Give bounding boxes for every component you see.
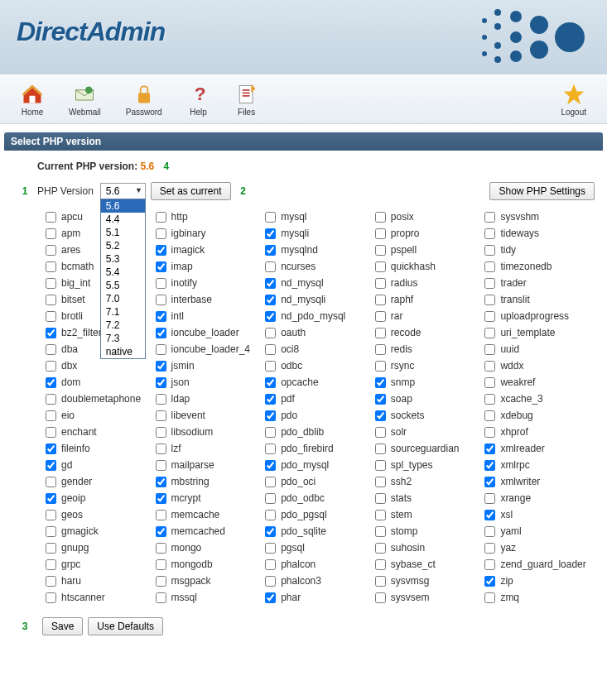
ext-checkbox-zmq[interactable] <box>484 592 495 603</box>
ext-checkbox-xmlwriter[interactable] <box>484 477 495 487</box>
ext-item-ncurses[interactable]: ncurses <box>265 258 375 275</box>
ext-checkbox-nd_mysqli[interactable] <box>265 295 276 305</box>
ext-checkbox-phalcon3[interactable] <box>265 576 276 587</box>
ext-item-pdo[interactable]: pdo <box>265 407 375 424</box>
ext-item-mongo[interactable]: mongo <box>156 539 266 556</box>
ext-item-solr[interactable]: solr <box>375 424 485 440</box>
ext-item-memcache[interactable]: memcache <box>156 506 266 523</box>
php-version-option-7-1[interactable]: 7.1 <box>101 305 145 319</box>
php-version-select[interactable]: 5.6 <box>100 183 146 199</box>
ext-checkbox-sysvmsg[interactable] <box>375 576 386 587</box>
ext-item-quickhash[interactable]: quickhash <box>375 258 485 275</box>
ext-item-tideways[interactable]: tideways <box>484 225 595 242</box>
ext-checkbox-pdo_sqlite[interactable] <box>265 526 276 537</box>
ext-checkbox-raphf[interactable] <box>375 295 386 305</box>
ext-item-translit[interactable]: translit <box>484 291 595 308</box>
ext-checkbox-pdo_mysql[interactable] <box>265 460 276 471</box>
ext-checkbox-libsodium[interactable] <box>156 427 166 438</box>
ext-item-geoip[interactable]: geoip <box>46 490 156 506</box>
ext-item-sysvshm[interactable]: sysvshm <box>484 209 595 225</box>
ext-checkbox-intl[interactable] <box>156 311 166 322</box>
ext-checkbox-haru[interactable] <box>46 576 56 587</box>
ext-checkbox-mongo[interactable] <box>156 543 166 554</box>
php-version-option-5-4[interactable]: 5.4 <box>101 266 145 279</box>
ext-item-imap[interactable]: imap <box>156 258 266 275</box>
ext-item-odbc[interactable]: odbc <box>265 357 375 374</box>
ext-checkbox-uploadprogress[interactable] <box>484 311 495 322</box>
ext-item-sourceguardian[interactable]: sourceguardian <box>375 440 485 457</box>
ext-item-stomp[interactable]: stomp <box>375 523 485 539</box>
php-version-option-5-3[interactable]: 5.3 <box>101 252 145 266</box>
ext-item-haru[interactable]: haru <box>46 573 156 589</box>
ext-item-intl[interactable]: intl <box>156 308 266 324</box>
ext-item-pdo_odbc[interactable]: pdo_odbc <box>265 490 375 506</box>
toolbar-webmail[interactable]: Webmail <box>56 79 113 121</box>
ext-checkbox-ares[interactable] <box>46 245 56 256</box>
ext-item-propro[interactable]: propro <box>375 225 485 242</box>
ext-item-htscanner[interactable]: htscanner <box>46 589 156 606</box>
ext-checkbox-msgpack[interactable] <box>156 576 166 587</box>
ext-item-ldap[interactable]: ldap <box>156 391 266 407</box>
ext-checkbox-mailparse[interactable] <box>156 460 166 471</box>
ext-item-gnupg[interactable]: gnupg <box>46 539 156 556</box>
ext-checkbox-xrange[interactable] <box>484 493 495 504</box>
php-version-option-7-3[interactable]: 7.3 <box>101 332 145 345</box>
ext-checkbox-bitset[interactable] <box>46 295 56 305</box>
ext-checkbox-sysvsem[interactable] <box>375 592 386 603</box>
ext-checkbox-sybase_ct[interactable] <box>375 559 386 570</box>
ext-item-enchant[interactable]: enchant <box>46 424 156 440</box>
ext-item-snmp[interactable]: snmp <box>375 374 485 391</box>
ext-item-radius[interactable]: radius <box>375 275 485 291</box>
ext-item-sybase_ct[interactable]: sybase_ct <box>375 556 485 573</box>
ext-item-dom[interactable]: dom <box>46 374 156 391</box>
ext-item-oauth[interactable]: oauth <box>265 324 375 341</box>
ext-checkbox-ssh2[interactable] <box>375 477 386 487</box>
ext-checkbox-stats[interactable] <box>375 493 386 504</box>
ext-checkbox-timezonedb[interactable] <box>484 261 495 272</box>
ext-item-json[interactable]: json <box>156 374 266 391</box>
ext-checkbox-gd[interactable] <box>46 460 56 471</box>
ext-item-mbstring[interactable]: mbstring <box>156 473 266 490</box>
ext-checkbox-tideways[interactable] <box>484 228 495 239</box>
ext-item-mssql[interactable]: mssql <box>156 589 266 606</box>
ext-item-pdo_mysql[interactable]: pdo_mysql <box>265 457 375 473</box>
ext-checkbox-xhprof[interactable] <box>484 427 495 438</box>
ext-item-geos[interactable]: geos <box>46 506 156 523</box>
ext-item-pdo_sqlite[interactable]: pdo_sqlite <box>265 523 375 539</box>
ext-checkbox-quickhash[interactable] <box>375 261 386 272</box>
ext-item-xdebug[interactable]: xdebug <box>484 407 595 424</box>
ext-checkbox-big_int[interactable] <box>46 278 56 289</box>
ext-checkbox-pdo_pgsql[interactable] <box>265 510 276 520</box>
ext-checkbox-mssql[interactable] <box>156 592 166 603</box>
ext-checkbox-pgsql[interactable] <box>265 543 276 554</box>
ext-checkbox-apcu[interactable] <box>46 212 56 223</box>
ext-checkbox-stem[interactable] <box>375 510 386 520</box>
ext-checkbox-wddx[interactable] <box>484 361 495 372</box>
ext-item-uuid[interactable]: uuid <box>484 341 595 357</box>
ext-checkbox-bcmath[interactable] <box>46 261 56 272</box>
ext-item-redis[interactable]: redis <box>375 341 485 357</box>
ext-checkbox-posix[interactable] <box>375 212 386 223</box>
ext-checkbox-imagick[interactable] <box>156 245 166 256</box>
ext-item-recode[interactable]: recode <box>375 324 485 341</box>
ext-checkbox-spl_types[interactable] <box>375 460 386 471</box>
ext-item-trader[interactable]: trader <box>484 275 595 291</box>
php-version-option-native[interactable]: native <box>101 345 145 358</box>
ext-checkbox-grpc[interactable] <box>46 559 56 570</box>
ext-checkbox-pspell[interactable] <box>375 245 386 256</box>
ext-checkbox-ioncube_loader[interactable] <box>156 328 166 338</box>
ext-checkbox-yaml[interactable] <box>484 526 495 537</box>
ext-checkbox-ioncube_loader_4[interactable] <box>156 344 166 355</box>
ext-item-soap[interactable]: soap <box>375 391 485 407</box>
set-as-current-button[interactable]: Set as current <box>151 182 231 200</box>
ext-item-ssh2[interactable]: ssh2 <box>375 473 485 490</box>
ext-checkbox-imap[interactable] <box>156 261 166 272</box>
ext-checkbox-mongodb[interactable] <box>156 559 166 570</box>
ext-item-yaz[interactable]: yaz <box>484 539 595 556</box>
ext-checkbox-libevent[interactable] <box>156 410 166 421</box>
ext-checkbox-soap[interactable] <box>375 394 386 405</box>
ext-item-opcache[interactable]: opcache <box>265 374 375 391</box>
ext-item-nd_mysqli[interactable]: nd_mysqli <box>265 291 375 308</box>
ext-item-timezonedb[interactable]: timezonedb <box>484 258 595 275</box>
ext-checkbox-recode[interactable] <box>375 328 386 338</box>
